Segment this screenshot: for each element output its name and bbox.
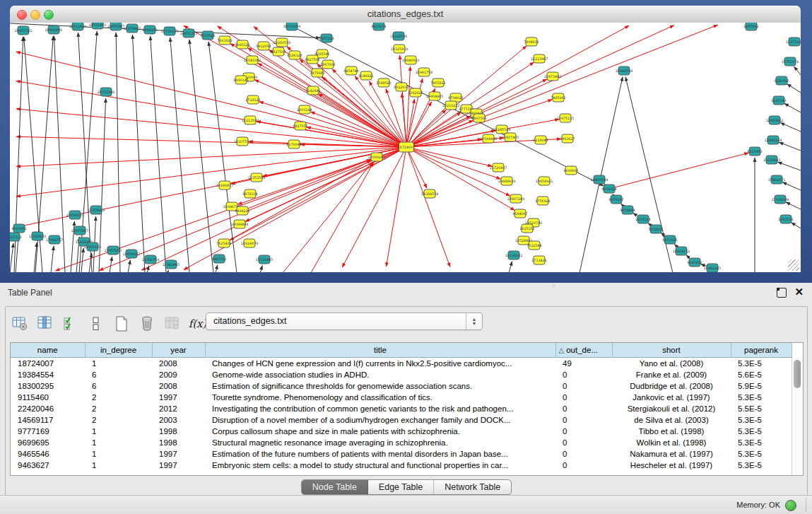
graph-node[interactable]: 8454749 xyxy=(343,66,358,75)
cell[interactable]: Structural magnetic resonance image aver… xyxy=(205,437,555,448)
cell[interactable]: Estimation of the future numbers of pati… xyxy=(205,448,555,460)
table-options-button[interactable] xyxy=(10,314,29,334)
graph-node[interactable]: 20564486 xyxy=(480,134,497,143)
graph-node[interactable]: 19654921 xyxy=(536,177,553,185)
cell[interactable]: Changes of HCN gene expression and I(f) … xyxy=(205,358,555,370)
cell[interactable]: 5.3E-5 xyxy=(731,414,792,426)
cell[interactable]: 0 xyxy=(555,380,612,392)
graph-node[interactable]: 9474444 xyxy=(620,206,635,214)
graph-node[interactable]: 12213967 xyxy=(531,54,548,63)
cell[interactable]: 5.3E-5 xyxy=(731,460,792,471)
cell[interactable]: 1 xyxy=(85,426,152,437)
graph-node[interactable]: 18325419 xyxy=(391,45,408,53)
table-row[interactable]: 946362711997Embryonic stem cells: a mode… xyxy=(11,460,792,471)
table-row[interactable]: 969969511998Structural magnetic resonanc… xyxy=(11,437,792,448)
graph-node[interactable]: 17957253 xyxy=(105,246,122,255)
cell[interactable]: 2012 xyxy=(152,403,205,414)
cell[interactable]: 1998 xyxy=(152,426,205,437)
graph-node[interactable]: 11568639 xyxy=(29,232,46,240)
tab-node-table[interactable]: Node Table xyxy=(302,480,368,494)
cell[interactable]: 5.3E-5 xyxy=(731,392,792,403)
graph-node[interactable]: 9463627 xyxy=(560,134,575,143)
graph-node[interactable]: 8878334 xyxy=(242,189,257,198)
cell[interactable]: Investigating the contribution of common… xyxy=(205,403,555,414)
graph-node[interactable]: 8170044 xyxy=(286,140,301,148)
cell[interactable]: 2 xyxy=(85,414,152,426)
cell[interactable]: 9115460 xyxy=(11,392,85,403)
graph-node[interactable]: 3915113 xyxy=(10,233,22,241)
cell[interactable]: 1 xyxy=(85,448,152,460)
graph-node[interactable]: 9227343 xyxy=(771,96,786,105)
graph-node[interactable]: 8427552 xyxy=(293,122,307,130)
cell[interactable]: Disruption of a novel member of a sodium… xyxy=(205,414,555,426)
cell[interactable]: 2003 xyxy=(152,414,205,426)
graph-node[interactable]: 15278602 xyxy=(124,24,141,33)
graph-node[interactable]: 18409544 xyxy=(591,175,608,184)
graph-node[interactable]: 10719155 xyxy=(161,27,178,35)
cell[interactable]: de Silva et al. (2003) xyxy=(612,414,731,426)
graph-node[interactable]: 9129966 xyxy=(774,76,789,85)
column-header-name[interactable]: name xyxy=(11,343,85,358)
graph-node[interactable]: 6794028 xyxy=(448,93,463,102)
graph-node[interactable]: 19904485 xyxy=(426,92,443,100)
cell[interactable]: 0 xyxy=(555,426,612,437)
float-panel-icon[interactable] xyxy=(777,288,787,298)
cell[interactable]: 5.9E-5 xyxy=(731,380,792,392)
cell[interactable]: Franke et al. (2009) xyxy=(612,369,731,380)
graph-hub-node[interactable]: 18724007 xyxy=(398,142,415,152)
cell[interactable]: 9699695 xyxy=(11,437,85,448)
graph-node[interactable]: 12444124 xyxy=(765,136,782,144)
column-header-year[interactable]: year xyxy=(152,343,205,358)
graph-node[interactable]: 7832621 xyxy=(648,225,663,233)
graph-node[interactable]: 20206535 xyxy=(66,211,83,219)
table-row[interactable]: 2242004622012Investigating the contribut… xyxy=(11,403,792,414)
graph-node[interactable]: 2718126 xyxy=(245,95,260,104)
graph-node[interactable]: 1733426 xyxy=(531,256,546,264)
cell[interactable]: 19384554 xyxy=(11,369,85,380)
graph-node[interactable]: 6497568 xyxy=(471,114,486,122)
cell[interactable]: 5.5E-5 xyxy=(731,403,792,414)
graph-node[interactable]: 14671355 xyxy=(180,29,197,37)
graph-node[interactable]: 1167533 xyxy=(778,215,793,223)
graph-node[interactable]: 1615152 xyxy=(519,224,534,233)
graph-node[interactable]: 7955812 xyxy=(430,78,445,87)
graph-node[interactable]: 8471626 xyxy=(662,235,677,244)
graph-node[interactable]: 9699695 xyxy=(563,166,578,175)
table-selector-dropdown[interactable]: citations_edges.txt ▲▼ xyxy=(206,313,483,330)
resize-grip-icon[interactable] xyxy=(788,259,799,271)
cell[interactable]: 1 xyxy=(85,437,152,448)
graph-node[interactable]: 15716485 xyxy=(256,255,273,264)
cell[interactable]: 1998 xyxy=(152,437,205,448)
new-column-button[interactable] xyxy=(112,314,131,334)
cell[interactable]: 5.3E-5 xyxy=(731,358,792,370)
delete-table-button[interactable] xyxy=(163,314,182,334)
cell[interactable]: 1997 xyxy=(152,392,205,403)
graph-node[interactable]: 8215953 xyxy=(747,147,762,156)
memory-status-indicator[interactable] xyxy=(785,500,796,511)
cell[interactable]: 5.3E-5 xyxy=(731,426,792,437)
graph-node[interactable]: 8186328 xyxy=(287,51,302,59)
cell[interactable]: 0 xyxy=(555,403,612,414)
graph-node[interactable]: 16648794 xyxy=(616,66,632,75)
graph-node[interactable]: 7515526 xyxy=(200,31,215,40)
table-row[interactable]: 1872400712008Changes of HCN gene express… xyxy=(11,358,792,370)
graph-node[interactable]: 8813054 xyxy=(371,23,386,30)
graph-node[interactable]: 9912954 xyxy=(256,42,271,50)
cell[interactable]: 5.6E-5 xyxy=(731,369,792,380)
graph-node[interactable]: 6216045 xyxy=(533,136,548,144)
graph-node[interactable]: 15751074 xyxy=(782,57,799,66)
cell[interactable]: 1997 xyxy=(152,448,205,460)
column-header-title[interactable]: title xyxy=(205,343,555,358)
graph-node[interactable]: 1588520 xyxy=(376,78,391,87)
graph-node[interactable]: 9245652 xyxy=(687,258,702,267)
cell[interactable]: 2 xyxy=(85,392,152,403)
graph-node[interactable]: 7494838 xyxy=(524,37,539,46)
graph-node[interactable]: 7663822 xyxy=(217,36,232,45)
graph-node[interactable]: 17942757 xyxy=(46,235,63,244)
graph-node[interactable]: 10655287 xyxy=(107,23,124,30)
tab-edge-table[interactable]: Edge Table xyxy=(368,480,434,494)
graph-node[interactable]: 7625402 xyxy=(216,239,231,247)
graph-node[interactable]: 14136141 xyxy=(505,251,522,259)
graph-node[interactable]: 9684067 xyxy=(512,209,527,218)
cell[interactable]: 9463627 xyxy=(11,460,85,471)
